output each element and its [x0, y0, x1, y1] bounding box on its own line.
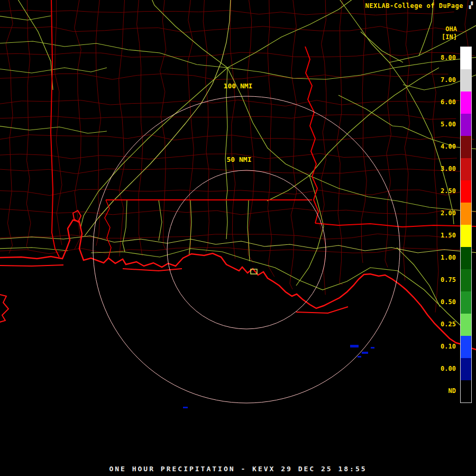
- colorbar-tick-label: 0.75: [441, 276, 456, 283]
- colorbar-cell-0.10: [461, 336, 471, 358]
- colorbar-tick-label: 3.00: [441, 165, 456, 172]
- colorbar-cell-0.75: [461, 269, 471, 291]
- colorbar-tick-label: ND: [448, 387, 456, 395]
- precip-echo: [350, 345, 359, 347]
- colorbar-cell-5.00: [461, 114, 471, 136]
- colorbar-tick-label: 6.00: [441, 98, 456, 106]
- precip-echo: [183, 407, 188, 408]
- colorbar-tick-label: 8.00: [441, 54, 456, 61]
- colorbar-cell-0.25: [461, 314, 471, 336]
- colorbar-cell-0.00: [461, 358, 471, 380]
- colorbar-cell-1.00: [461, 247, 471, 269]
- precip-echo: [358, 356, 361, 358]
- colorbar-header: OHA [IN]: [425, 25, 457, 41]
- radar-image: 100 NMI 50 NMI NEXLAB-College of DuPage …: [0, 0, 476, 476]
- precip-echo: [371, 347, 374, 349]
- units-label: [IN]: [425, 33, 457, 41]
- colorbar-cell-4.00: [461, 136, 471, 158]
- colorbar-tick-label: 5.00: [441, 121, 456, 128]
- colorbar-tick-label: 2.00: [441, 209, 456, 217]
- product-code-label: OHA: [425, 25, 457, 33]
- colorbar-cell-1.50: [461, 225, 471, 247]
- product-caption: ONE HOUR PRECIPITATION - KEVX 29 DEC 25 …: [0, 465, 476, 473]
- range-ring-label-100: 100 NMI: [224, 82, 253, 90]
- colorbar-cell-8.00: [461, 47, 471, 69]
- colorbar-cell-3.00: [461, 158, 471, 180]
- attribution-text: NEXLAB-College of DuPage: [365, 2, 463, 10]
- colorbar-tick-label: 7.00: [441, 76, 456, 84]
- colorbar-cell-6.00: [461, 91, 471, 114]
- colorbar-cell-2.00: [461, 203, 471, 225]
- colorbar-tick-label: 0.00: [441, 365, 456, 372]
- colorbar-tick-label: 0.25: [441, 321, 456, 328]
- colorbar-tick-label: 0.10: [441, 343, 456, 350]
- cod-logo-icon: ▞: [469, 2, 473, 9]
- colorbar-cell-7.00: [461, 69, 471, 91]
- colorbar-tick-label: 4.00: [441, 143, 456, 150]
- colorbar-cell-0.50: [461, 291, 471, 314]
- range-ring-label-50: 50 NMI: [227, 155, 252, 163]
- colorbar-tick-label: 1.50: [441, 232, 456, 239]
- colorbar-cell-ND: [461, 380, 471, 402]
- colorbar-tick-label: 2.50: [441, 187, 456, 195]
- colorbar-tick-label: 1.00: [441, 254, 456, 261]
- colorbar: [460, 47, 472, 403]
- radar-map: 100 NMI 50 NMI: [0, 0, 476, 459]
- colorbar-cell-2.50: [461, 180, 471, 203]
- precip-echo: [362, 352, 368, 354]
- colorbar-labels: 8.007.006.005.004.003.002.502.001.501.00…: [432, 47, 456, 406]
- colorbar-tick-label: 0.50: [441, 298, 456, 306]
